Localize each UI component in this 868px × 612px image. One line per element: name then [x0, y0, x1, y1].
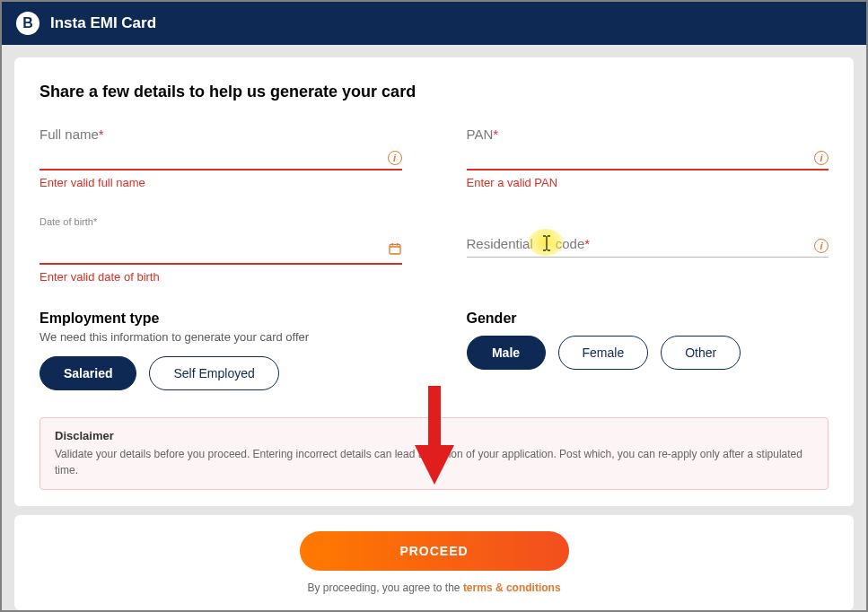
gender-option-female[interactable]: Female	[558, 336, 649, 370]
pan-field: PAN* i Enter a valid PAN	[467, 127, 829, 189]
employment-options: Salaried Self Employed	[39, 356, 402, 390]
pincode-input-wrap[interactable]: Residential code* i	[467, 232, 829, 258]
gender-option-male[interactable]: Male	[467, 336, 546, 370]
pan-label: PAN*	[467, 127, 829, 142]
pan-input-wrap[interactable]: i	[467, 145, 829, 170]
brand-logo: B	[16, 12, 39, 35]
employment-title: Employment type	[39, 310, 402, 327]
form-heading: Share a few details to help us generate …	[39, 83, 829, 101]
pincode-field: Residential code* i	[467, 216, 829, 284]
disclaimer-box: Disclaimer Validate your details before …	[39, 417, 829, 490]
info-icon[interactable]: i	[388, 151, 402, 165]
app-title: Insta EMI Card	[50, 14, 156, 32]
pan-input[interactable]	[467, 150, 810, 165]
disclaimer-body: Validate your details before you proceed…	[55, 446, 813, 478]
gender-options: Male Female Other	[467, 336, 829, 370]
agree-text: By proceeding, you agree to the terms & …	[31, 581, 837, 594]
disclaimer-title: Disclaimer	[55, 429, 813, 442]
full-name-label: Full name*	[39, 127, 402, 142]
dob-input-wrap[interactable]	[39, 240, 402, 265]
employment-option-self-employed[interactable]: Self Employed	[149, 356, 278, 390]
full-name-input-wrap[interactable]: i	[39, 145, 402, 170]
employment-section: Employment type We need this information…	[39, 310, 402, 390]
full-name-input[interactable]	[39, 150, 382, 165]
calendar-icon[interactable]	[388, 241, 402, 259]
footer-card: PROCEED By proceeding, you agree to the …	[14, 515, 854, 610]
pan-error: Enter a valid PAN	[467, 176, 829, 189]
gender-option-other[interactable]: Other	[661, 336, 741, 370]
gender-title: Gender	[467, 310, 829, 327]
info-icon[interactable]: i	[814, 151, 829, 165]
info-icon[interactable]: i	[814, 239, 829, 253]
dob-input[interactable]	[39, 244, 388, 259]
form-card: Share a few details to help us generate …	[14, 57, 854, 506]
page-body: Share a few details to help us generate …	[2, 45, 866, 612]
svg-rect-0	[390, 244, 400, 254]
app-header: B Insta EMI Card	[2, 2, 866, 45]
full-name-field: Full name* i Enter valid full name	[39, 127, 402, 189]
dob-error: Enter valid date of birth	[39, 270, 402, 284]
employment-subtitle: We need this information to generate you…	[39, 330, 402, 344]
dob-field: Date of birth* Enter valid date of birth	[39, 216, 402, 284]
gender-section: Gender Male Female Other	[467, 310, 829, 390]
dob-label: Date of birth*	[39, 216, 402, 227]
full-name-error: Enter valid full name	[39, 176, 402, 189]
terms-link[interactable]: terms & conditions	[463, 581, 561, 594]
employment-option-salaried[interactable]: Salaried	[39, 356, 136, 390]
proceed-button[interactable]: PROCEED	[300, 531, 569, 571]
